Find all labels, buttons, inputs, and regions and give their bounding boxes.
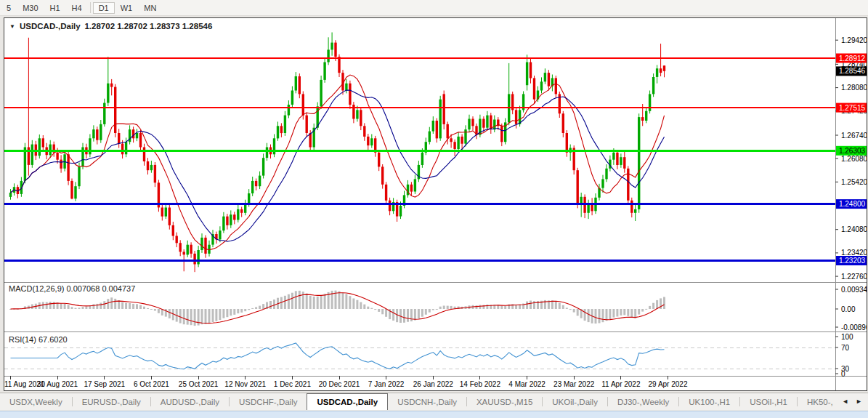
svg-text:12 Nov 2021: 12 Nov 2021: [224, 380, 266, 388]
tab-usdcad-daily[interactable]: USDCAD-,Daily: [307, 393, 388, 410]
svg-text:23 Mar 2022: 23 Mar 2022: [553, 380, 595, 388]
svg-text:7 Jan 2022: 7 Jan 2022: [368, 380, 405, 388]
ma-slow-line: [11, 90, 665, 241]
tab-usdchf-daily[interactable]: USDCHF-,Daily: [230, 393, 307, 410]
svg-text:1.29420: 1.29420: [841, 36, 867, 44]
svg-text:0: 0: [841, 370, 845, 378]
macd-label: MACD(12,26,9) 0.007068 0.004737: [9, 284, 135, 293]
svg-text:1.25420: 1.25420: [841, 178, 867, 186]
svg-text:1.26303: 1.26303: [839, 147, 866, 155]
svg-text:6 Oct 2021: 6 Oct 2021: [134, 380, 169, 388]
toolbar-group-divider: [90, 2, 91, 13]
timeframe-button-5[interactable]: 5: [1, 2, 17, 14]
svg-text:1.28912: 1.28912: [839, 55, 866, 63]
tab-scroll-right-icon[interactable]: ►: [856, 398, 862, 405]
tab-scroll-controls: ◄ ►: [836, 393, 868, 409]
tab-uk100-h1[interactable]: UK100-,H1: [679, 393, 739, 410]
timeframe-button-m30[interactable]: M30: [17, 2, 44, 14]
svg-text:1.26740: 1.26740: [841, 132, 867, 140]
svg-text:4 Mar 2022: 4 Mar 2022: [508, 380, 545, 388]
symbol-dropdown-icon: ▼: [9, 23, 15, 30]
rsi-label: RSI(14) 67.6020: [9, 335, 68, 344]
tab-scroll-left-icon[interactable]: ◄: [842, 398, 848, 405]
timeframe-button-h4[interactable]: H4: [66, 2, 88, 14]
timeframe-button-d1[interactable]: D1: [93, 2, 115, 14]
svg-text:26 Jan 2022: 26 Jan 2022: [413, 380, 453, 388]
svg-text:14 Feb 2022: 14 Feb 2022: [460, 380, 501, 388]
tab-xauusd-m15[interactable]: XAUUSD-,M15: [467, 393, 542, 410]
chart-canvas[interactable]: 1.294201.287401.280801.274201.267401.260…: [4, 18, 867, 390]
symbol-title: USDCAD-,Daily 1.28702 1.28702 1.28373 1.…: [20, 22, 212, 31]
tab-usoil-h1[interactable]: USOil-,H1: [740, 393, 797, 410]
svg-text:70: 70: [841, 344, 850, 352]
svg-text:1.28546: 1.28546: [839, 67, 866, 75]
tab-strip: USDX,WeeklyEURUSD-,DailyAUDUSD-,DailyUSD…: [0, 393, 868, 410]
rsi-line: [11, 343, 665, 369]
timeframe-button-w1[interactable]: W1: [115, 2, 139, 14]
svg-text:1.23203: 1.23203: [839, 257, 866, 265]
svg-text:1.27515: 1.27515: [839, 104, 866, 112]
svg-text:29 Apr 2022: 29 Apr 2022: [649, 380, 688, 388]
svg-text:1.24080: 1.24080: [841, 225, 867, 233]
svg-text:11 Apr 2022: 11 Apr 2022: [601, 380, 641, 388]
tab-audusd-daily[interactable]: AUDUSD-,Daily: [151, 393, 229, 410]
tab-eurusd-daily[interactable]: EURUSD-,Daily: [73, 393, 150, 410]
pane-labels: ▼USDCAD-,Daily 1.28702 1.28702 1.28373 1…: [9, 22, 212, 344]
timeframe-button-h1[interactable]: H1: [44, 2, 66, 14]
svg-text:30 Aug 2021: 30 Aug 2021: [37, 380, 78, 388]
svg-text:17 Sep 2021: 17 Sep 2021: [84, 380, 125, 388]
macd-histogram: [9, 291, 665, 326]
timeframe-button-mn[interactable]: MN: [138, 2, 162, 14]
date-axis: 11 Aug 202130 Aug 202117 Sep 20216 Oct 2…: [4, 376, 688, 388]
tab-ukoil-daily[interactable]: UKOil-,Daily: [543, 393, 607, 410]
svg-text:1.22760: 1.22760: [841, 273, 867, 281]
tab-usdcnh-daily[interactable]: USDCNH-,Daily: [388, 393, 466, 410]
svg-text:-0.008902: -0.008902: [841, 323, 867, 331]
svg-text:0.009345: 0.009345: [841, 286, 867, 294]
macd-axis: 0.0093450.00-0.008902: [835, 286, 867, 331]
svg-text:1 Dec 2021: 1 Dec 2021: [274, 380, 312, 388]
svg-text:1.24800: 1.24800: [839, 200, 866, 208]
svg-text:0.00: 0.00: [841, 305, 856, 313]
bottom-status-strip: [0, 411, 868, 418]
svg-text:1.26080: 1.26080: [841, 155, 867, 163]
timeframe-bar: 5M30H1H4D1W1MN: [0, 0, 868, 16]
candlestick-series: [9, 33, 665, 273]
rsi-axis: 10070300: [835, 333, 853, 378]
svg-text:1.28080: 1.28080: [841, 84, 867, 92]
horizontal-level-lines[interactable]: [4, 58, 835, 261]
svg-text:20 Dec 2021: 20 Dec 2021: [319, 380, 360, 388]
svg-text:1.23420: 1.23420: [841, 249, 867, 257]
tab-usdx-weekly[interactable]: USDX,Weekly: [0, 393, 72, 410]
chart-window: 1.294201.287401.280801.274201.267401.260…: [4, 17, 867, 391]
svg-text:25 Oct 2021: 25 Oct 2021: [179, 380, 219, 388]
tab-dj30-weekly[interactable]: DJ30-,Weekly: [608, 393, 678, 410]
svg-text:100: 100: [841, 333, 853, 341]
